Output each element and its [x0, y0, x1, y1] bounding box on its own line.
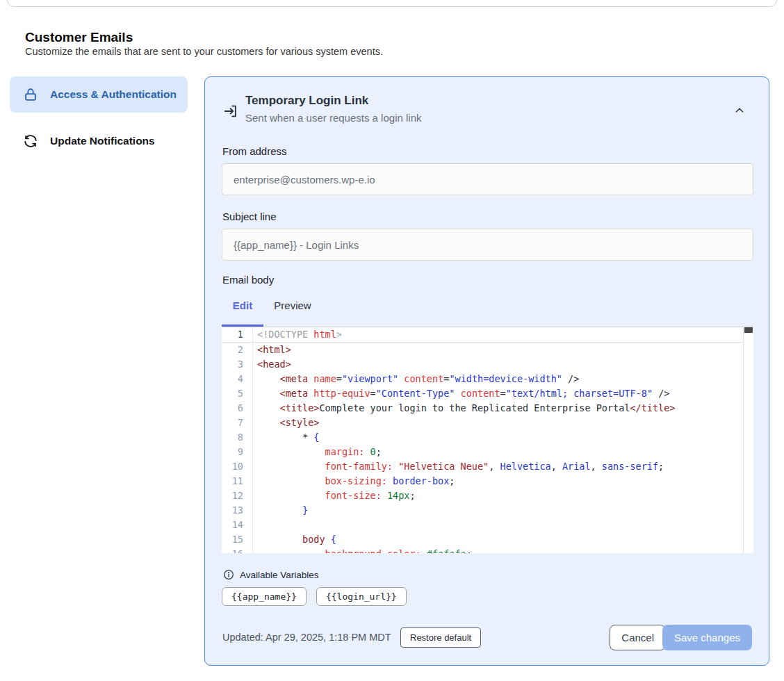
restore-default-button[interactable]: Restore default	[400, 627, 481, 648]
code-line: 16background-color: #fafafa;	[222, 547, 753, 553]
code-line: 13}	[222, 503, 753, 518]
refresh-icon	[23, 133, 38, 149]
code-editor[interactable]: 1<!DOCTYPE html>2<html>3<head>4<meta nam…	[222, 327, 753, 553]
from-address-label: From address	[222, 145, 287, 157]
variable-chip-login-url[interactable]: {{login_url}}	[316, 587, 407, 606]
code-line: 11box-sizing: border-box;	[222, 474, 753, 489]
code-lines: 1<!DOCTYPE html>2<html>3<head>4<meta nam…	[222, 327, 753, 553]
tab-preview[interactable]: Preview	[263, 293, 322, 319]
card-title: Temporary Login Link	[245, 94, 368, 108]
chevron-up-icon[interactable]	[734, 105, 745, 116]
code-line: 9margin: 0;	[222, 445, 753, 459]
email-body-tabs: Edit Preview	[222, 293, 322, 319]
code-line: 4<meta name="viewport" content="width=de…	[222, 372, 753, 386]
code-line: 14	[222, 518, 753, 532]
lock-icon	[23, 87, 38, 102]
code-line: 1<!DOCTYPE html>	[222, 327, 753, 343]
code-line: 7<style>	[222, 416, 753, 430]
code-line: 8* {	[222, 430, 753, 445]
subject-line-label: Subject line	[222, 211, 277, 222]
card-subtitle: Sent when a user requests a login link	[245, 112, 421, 124]
code-line: 6<title>Complete your login to the Repli…	[222, 401, 753, 416]
previous-card-edge	[7, 0, 777, 7]
code-line: 3<head>	[222, 357, 753, 372]
code-line: 5<meta http-equiv="Content-Type" content…	[222, 386, 753, 401]
sidebar: Access & Authentication Update Notificat…	[10, 76, 188, 158]
card-footer: Updated: Apr 29, 2025, 1:18 PM MDT Resto…	[222, 625, 752, 653]
variable-chip-app-name[interactable]: {{app_name}}	[222, 587, 307, 606]
cancel-button[interactable]: Cancel	[610, 625, 666, 650]
sidebar-item-label: Access & Authentication	[50, 86, 177, 103]
save-changes-button[interactable]: Save changes	[662, 625, 752, 650]
info-icon	[223, 569, 234, 580]
editor-scrollbar-thumb[interactable]	[744, 327, 753, 333]
login-icon	[223, 104, 238, 119]
editor-scrollbar[interactable]	[743, 327, 753, 553]
code-line: 2<html>	[222, 343, 753, 357]
available-variables-header: Available Variables	[223, 569, 319, 580]
from-address-input[interactable]	[222, 163, 753, 195]
updated-timestamp: Updated: Apr 29, 2025, 1:18 PM MDT	[222, 632, 391, 643]
code-line: 12font-size: 14px;	[222, 489, 753, 503]
subject-line-input[interactable]	[222, 229, 753, 261]
variable-chips: {{app_name}} {{login_url}}	[222, 587, 407, 606]
sidebar-item-label: Update Notifications	[50, 133, 155, 149]
page-subtitle: Customize the emails that are sent to yo…	[25, 46, 383, 57]
page-title: Customer Emails	[25, 30, 133, 45]
sidebar-item-update-notifications[interactable]: Update Notifications	[10, 124, 188, 158]
code-line: 10font-family: "Helvetica Neue", Helveti…	[222, 459, 753, 474]
email-body-label: Email body	[222, 274, 274, 286]
tab-edit[interactable]: Edit	[222, 293, 263, 319]
email-settings-card: Temporary Login Link Sent when a user re…	[204, 76, 769, 666]
code-line: 15body {	[222, 532, 753, 547]
available-variables-label: Available Variables	[240, 570, 319, 580]
sidebar-item-access-authentication[interactable]: Access & Authentication	[10, 76, 188, 113]
